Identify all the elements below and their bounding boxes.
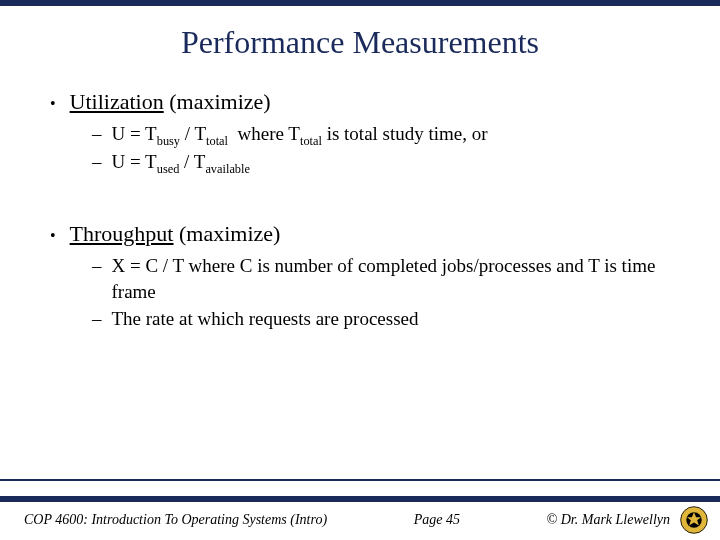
sub-list: – X = C / T where C is number of complet… [92, 253, 684, 332]
slide-footer: COP 4600: Introduction To Operating Syst… [0, 479, 720, 540]
footer-page: Page 45 [414, 512, 460, 528]
section-heading: • Throughput (maximize) [50, 221, 684, 247]
footer-copyright: © Dr. Mark Llewellyn [547, 512, 670, 528]
footer-rule-thin [0, 479, 720, 481]
list-item: – The rate at which requests are process… [92, 306, 684, 332]
top-accent-bar [0, 0, 720, 6]
section-title: Utilization (maximize) [70, 89, 271, 115]
list-item: – U = Tused / Tavailable [92, 149, 684, 175]
sub-text: The rate at which requests are processed [112, 306, 685, 332]
dash-icon: – [92, 253, 102, 279]
dash-icon: – [92, 306, 102, 332]
section-utilization: • Utilization (maximize) – U = Tbusy / T… [50, 89, 684, 175]
list-item: – U = Tbusy / Ttotal where Ttotal is tot… [92, 121, 684, 147]
slide-content: • Utilization (maximize) – U = Tbusy / T… [0, 89, 720, 332]
sub-list: – U = Tbusy / Ttotal where Ttotal is tot… [92, 121, 684, 174]
footer-course: COP 4600: Introduction To Operating Syst… [24, 512, 327, 528]
sub-text: U = Tbusy / Ttotal where Ttotal is total… [112, 121, 685, 147]
section-heading: • Utilization (maximize) [50, 89, 684, 115]
dash-icon: – [92, 149, 102, 175]
slide-title: Performance Measurements [0, 24, 720, 61]
dash-icon: – [92, 121, 102, 147]
bullet-icon: • [50, 225, 56, 247]
sub-text: U = Tused / Tavailable [112, 149, 685, 175]
ucf-logo-icon [680, 506, 708, 534]
sub-text: X = C / T where C is number of completed… [112, 253, 685, 304]
footer-row: COP 4600: Introduction To Operating Syst… [0, 502, 720, 540]
list-item: – X = C / T where C is number of complet… [92, 253, 684, 304]
section-throughput: • Throughput (maximize) – X = C / T wher… [50, 221, 684, 332]
section-title: Throughput (maximize) [70, 221, 281, 247]
footer-right: © Dr. Mark Llewellyn [547, 506, 708, 534]
bullet-icon: • [50, 93, 56, 115]
